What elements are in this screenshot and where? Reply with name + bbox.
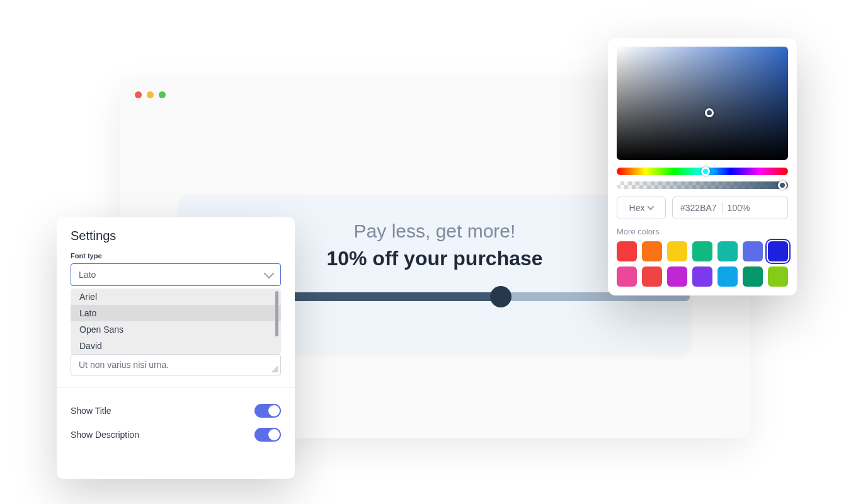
show-title-toggle[interactable] <box>254 404 281 418</box>
divider <box>57 387 295 387</box>
font-option[interactable]: David <box>71 338 281 354</box>
color-picker: Hex #322BA7 100% More colors <box>608 38 797 295</box>
resize-handle-icon[interactable] <box>271 366 278 372</box>
settings-panel: Settings Font type Lato Ariel Lato Open … <box>57 217 295 479</box>
color-swatch[interactable] <box>617 266 637 287</box>
promo-title: Pay less, get more! <box>354 220 516 242</box>
color-swatch[interactable] <box>642 266 662 287</box>
show-description-label: Show Description <box>71 430 139 440</box>
saturation-gradient[interactable] <box>617 47 788 160</box>
hue-slider[interactable] <box>617 168 788 175</box>
font-option[interactable]: Lato <box>71 305 281 321</box>
chevron-down-icon <box>264 268 275 279</box>
hue-thumb[interactable] <box>701 167 710 176</box>
font-dropdown: Ariel Lato Open Sans David <box>71 289 281 354</box>
color-swatch[interactable] <box>692 241 712 261</box>
toggle-knob <box>268 429 280 440</box>
slider-thumb[interactable] <box>490 286 512 307</box>
font-select[interactable]: Lato <box>71 263 281 286</box>
show-description-toggle[interactable] <box>254 428 281 442</box>
color-swatch[interactable] <box>667 266 687 287</box>
format-value: Hex <box>629 203 645 213</box>
alpha-value: 100% <box>728 203 750 213</box>
color-swatch[interactable] <box>743 266 763 287</box>
text-input[interactable]: Ut non varius nisi urna. <box>71 354 281 375</box>
gradient-cursor[interactable] <box>705 108 714 117</box>
color-swatch[interactable] <box>768 266 788 287</box>
separator <box>722 202 723 214</box>
hex-value: #322BA7 <box>680 203 717 213</box>
hex-input[interactable]: #322BA7 100% <box>672 197 788 219</box>
color-swatch[interactable] <box>617 241 637 261</box>
maximize-icon[interactable] <box>159 91 166 98</box>
show-description-row: Show Description <box>57 423 295 447</box>
font-option[interactable]: Open Sans <box>71 321 281 338</box>
settings-heading: Settings <box>57 229 295 252</box>
chevron-down-icon <box>648 203 654 210</box>
color-swatch[interactable] <box>717 266 738 287</box>
close-icon[interactable] <box>135 91 142 98</box>
color-swatch[interactable] <box>667 241 687 261</box>
promo-subtitle: 10% off your purchase <box>326 247 542 270</box>
show-title-label: Show Title <box>71 406 111 416</box>
textarea-value: Ut non varius nisi urna. <box>79 360 169 370</box>
color-swatch[interactable] <box>768 241 788 261</box>
scrollbar[interactable] <box>275 291 278 336</box>
color-swatch[interactable] <box>717 241 738 261</box>
font-type-label: Font type <box>57 252 295 263</box>
color-swatch[interactable] <box>642 241 662 261</box>
color-swatch[interactable] <box>692 266 712 287</box>
alpha-thumb[interactable] <box>778 181 787 190</box>
color-swatch[interactable] <box>743 241 763 261</box>
alpha-slider[interactable] <box>617 181 788 189</box>
toggle-knob <box>268 405 280 416</box>
minimize-icon[interactable] <box>147 91 154 98</box>
show-title-row: Show Title <box>57 399 295 423</box>
font-option[interactable]: Ariel <box>71 289 281 305</box>
more-colors-label: More colors <box>617 227 788 236</box>
swatch-grid <box>617 241 788 287</box>
color-format-select[interactable]: Hex <box>617 197 666 219</box>
font-selected-value: Lato <box>79 270 96 280</box>
